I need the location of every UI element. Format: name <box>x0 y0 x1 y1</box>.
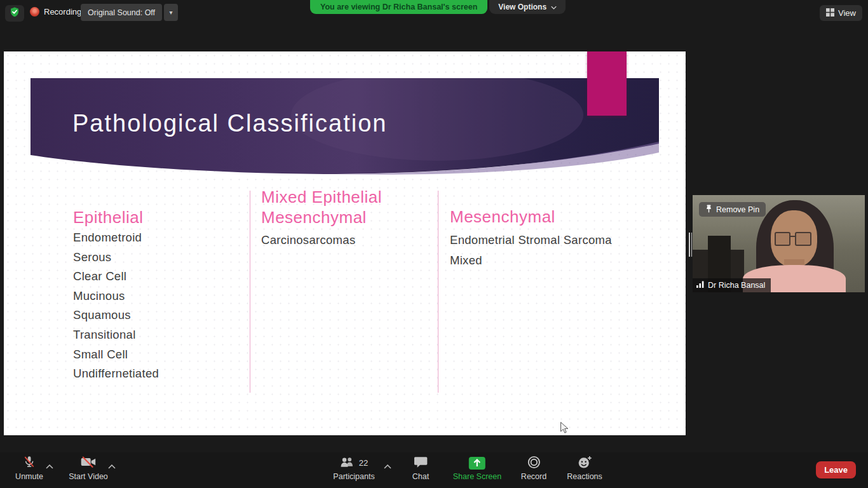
original-sound-label: Original Sound: Off <box>88 8 155 17</box>
list-item: Serous <box>73 248 159 268</box>
unmute-options-caret[interactable] <box>46 460 53 471</box>
recording-indicator: Recording <box>30 7 81 17</box>
record-icon <box>527 456 540 471</box>
list-item: Squamous <box>73 306 159 325</box>
meeting-toolbar: Unmute Start Video 22 Participants <box>0 452 868 488</box>
participants-count-badge: 22 <box>359 458 368 468</box>
mic-muted-icon <box>22 455 36 471</box>
participant-glasses <box>795 232 811 245</box>
list-item: Small Cell <box>73 345 159 365</box>
column-epithelial-items: Endometroid Serous Clear Cell Mucinous S… <box>73 228 159 384</box>
video-options-caret[interactable] <box>108 460 116 471</box>
chevron-down-icon <box>551 3 557 11</box>
column-divider <box>250 191 250 393</box>
reactions-icon <box>578 456 592 471</box>
viewing-screen-banner: You are viewing Dr Richa Bansal's screen <box>310 0 487 14</box>
column-heading-mesenchymal: Mesenchymal <box>450 207 555 227</box>
unmute-label: Unmute <box>15 472 43 481</box>
recording-dot-icon <box>30 7 39 17</box>
security-shield-icon <box>9 6 20 20</box>
start-video-button[interactable]: Start Video <box>69 456 108 481</box>
meeting-info-button[interactable] <box>5 5 24 22</box>
reactions-label: Reactions <box>567 472 602 481</box>
list-item: Undiffernetiated <box>73 364 159 384</box>
participant-glasses-bridge <box>790 236 796 237</box>
share-screen-button[interactable]: Share Screen <box>453 456 501 481</box>
view-button[interactable]: View <box>820 5 862 21</box>
pinned-video-tile[interactable]: Remove Pin Dr Richa Bansal <box>693 195 865 292</box>
view-button-label: View <box>838 8 856 18</box>
share-screen-label: Share Screen <box>453 472 501 481</box>
column-mixed-items: Carcinosarcomas <box>261 230 355 250</box>
grid-view-icon <box>826 8 834 18</box>
chat-button[interactable]: Chat <box>412 456 429 481</box>
original-sound-dropdown-button[interactable]: ▾ <box>164 4 178 21</box>
participant-name: Dr Richa Bansal <box>708 281 765 290</box>
pin-icon <box>705 205 712 215</box>
list-item: Transitional <box>73 325 159 345</box>
start-video-label: Start Video <box>69 472 108 481</box>
list-item: Endometrial Stromal Sarcoma <box>450 230 612 250</box>
list-item: Clear Cell <box>73 267 159 287</box>
share-screen-icon <box>469 457 485 470</box>
chat-label: Chat <box>412 472 429 481</box>
list-item: Mucinous <box>73 287 159 306</box>
view-options-button[interactable]: View Options <box>489 0 566 14</box>
original-sound-button[interactable]: Original Sound: Off <box>81 4 162 21</box>
unmute-button[interactable]: Unmute <box>15 456 43 481</box>
participants-label: Participants <box>333 472 374 481</box>
slide-title: Pathological Classification <box>72 110 387 137</box>
list-item: Endometroid <box>73 228 159 248</box>
slide-accent-block <box>587 51 627 116</box>
participant-glasses <box>775 232 791 245</box>
signal-bars-icon <box>696 281 705 290</box>
list-item: Mixed <box>450 250 612 271</box>
column-mesenchymal-items: Endometrial Stromal Sarcoma Mixed <box>450 230 612 271</box>
leave-label: Leave <box>824 465 848 475</box>
viewing-screen-banner-text: You are viewing Dr Richa Bansal's screen <box>320 3 477 11</box>
chat-icon <box>414 456 428 470</box>
reactions-button[interactable]: Reactions <box>567 456 602 481</box>
column-heading-epithelial: Epithelial <box>73 208 144 227</box>
mouse-cursor-icon <box>560 422 569 437</box>
remove-pin-button[interactable]: Remove Pin <box>699 202 766 217</box>
remove-pin-label: Remove Pin <box>716 205 759 214</box>
leave-button[interactable]: Leave <box>816 461 856 478</box>
recording-label: Recording <box>44 7 81 17</box>
column-divider <box>438 191 438 393</box>
participants-icon <box>340 456 356 470</box>
zoom-meeting-window: Recording Original Sound: Off ▾ You are … <box>0 0 868 488</box>
participants-options-caret[interactable] <box>384 460 391 471</box>
presentation-slide: Pathological Classification Epithelial E… <box>4 51 686 435</box>
participants-button[interactable]: 22 Participants <box>333 456 374 481</box>
list-item: Carcinosarcomas <box>261 230 355 250</box>
share-banner-row: You are viewing Dr Richa Bansal's screen… <box>310 0 566 14</box>
record-button[interactable]: Record <box>521 456 546 481</box>
participant-name-tag: Dr Richa Bansal <box>693 278 771 292</box>
column-heading-mixed: Mixed Epithelial Mesenchymal <box>261 187 433 227</box>
view-options-label: View Options <box>498 3 546 11</box>
original-sound-control: Original Sound: Off ▾ <box>81 4 178 21</box>
camera-muted-icon <box>80 456 97 470</box>
record-label: Record <box>521 472 546 481</box>
dropdown-arrow-icon: ▾ <box>170 9 173 16</box>
